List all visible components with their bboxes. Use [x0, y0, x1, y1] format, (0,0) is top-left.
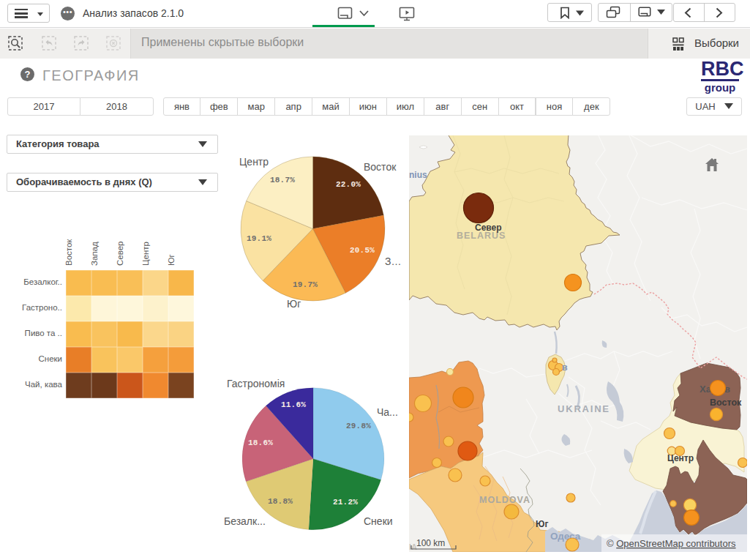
svg-text:Север: Север — [475, 223, 502, 233]
svg-text:UKRAINE: UKRAINE — [558, 403, 610, 414]
svg-text:nius: nius — [409, 170, 427, 180]
svg-text:в: в — [562, 362, 568, 373]
svg-text:Юг: Юг — [536, 519, 548, 529]
svg-text:MOLDOVA: MOLDOVA — [479, 495, 530, 505]
svg-text:Восток: Восток — [710, 397, 742, 408]
svg-text:Центр: Центр — [667, 453, 694, 463]
svg-text:© OpenStreetMap contributors: © OpenStreetMap contributors — [607, 538, 736, 549]
svg-text:100 km: 100 km — [416, 538, 445, 548]
